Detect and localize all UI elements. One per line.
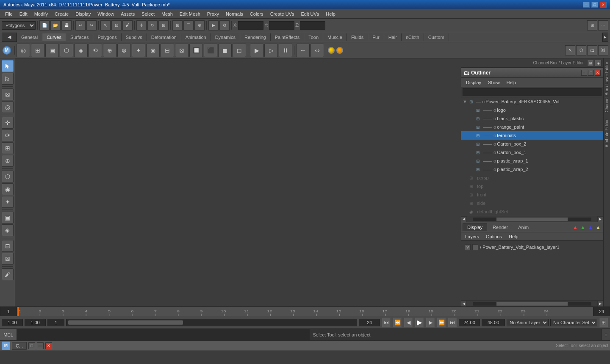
mode-dropdown[interactable]: Polygons	[2, 21, 36, 30]
tree-item-black-plastic[interactable]: ⊞ —— o black_plastic	[461, 114, 603, 123]
outliner-maximize[interactable]: □	[588, 70, 594, 76]
command-input[interactable]	[17, 329, 309, 340]
x-input[interactable]	[238, 21, 263, 30]
attribute-editor-label[interactable]: Attribute Editor	[604, 116, 609, 151]
shelf-tab-subdivs[interactable]: Subdivs	[122, 33, 147, 41]
cblay-icon-red[interactable]: ▲	[572, 224, 579, 231]
shelf-tab-curves[interactable]: Curves	[42, 33, 66, 41]
outliner-search-input[interactable]	[463, 88, 602, 96]
timeline-ruler[interactable]: 1 2 3 4 5 6 7 8 9 10 11 12 13 1	[17, 307, 593, 316]
timeline-start-input[interactable]	[0, 307, 17, 316]
menu-window[interactable]: Window	[94, 11, 117, 17]
shelf-icon-12[interactable]: ⊠	[175, 44, 189, 57]
current-frame-input[interactable]	[2, 319, 23, 326]
tree-item-pw1[interactable]: ⊞ —— o plastic_wrap_1	[461, 157, 603, 165]
shelf-icon-18[interactable]: ▷	[264, 44, 278, 57]
shelf-tab-painteffects[interactable]: PaintEffects	[271, 33, 305, 41]
toolbar-save[interactable]: 💾	[61, 20, 72, 30]
shelf-tab-ncloth[interactable]: nCloth	[402, 33, 424, 41]
toolbar-snap-point[interactable]: ⊕	[194, 20, 205, 30]
toolbar-new[interactable]: 📄	[39, 20, 50, 30]
toolbar-render-settings[interactable]: ⚙	[219, 20, 230, 30]
layer-scroll-right[interactable]: ▶	[597, 301, 603, 307]
pb-extra[interactable]: ⊞	[599, 318, 608, 327]
tool-soft-mod[interactable]: ⬡	[2, 171, 14, 182]
shelf-icon-16[interactable]: ◻	[233, 44, 246, 57]
tool-lasso[interactable]: ⊠	[2, 88, 14, 100]
tab-display[interactable]: Display	[463, 223, 487, 231]
toolbar-rotate[interactable]: ⟳	[147, 20, 158, 30]
menu-help[interactable]: Help	[322, 11, 339, 17]
shelf-icon-2[interactable]: ⊞	[31, 44, 44, 57]
y-input[interactable]	[269, 21, 294, 30]
shelf-link-icon[interactable]: ⛓	[598, 45, 608, 55]
om-show[interactable]: Show	[485, 79, 503, 86]
layer-scroll-left[interactable]: ◀	[461, 301, 467, 307]
shelf-tab-hair[interactable]: Hair	[384, 33, 402, 41]
maya-logo-small[interactable]: M	[2, 342, 10, 350]
shelf-icon-7[interactable]: ⊕	[103, 44, 116, 57]
tab-anim[interactable]: Anim	[513, 223, 533, 231]
shelf-icon-1[interactable]: ◎	[17, 44, 30, 57]
tree-item-logo[interactable]: ⊞ —— o logo	[461, 106, 603, 114]
om-display[interactable]: Display	[463, 79, 485, 86]
close-button[interactable]: ✕	[600, 2, 607, 8]
tree-item-front[interactable]: ⊞ front	[461, 190, 603, 199]
cblay-menu-help[interactable]: Help	[506, 233, 521, 240]
osc-left[interactable]: ◀	[461, 216, 467, 222]
tool-paint-select[interactable]: ◎	[2, 101, 14, 113]
shelf-icon-10[interactable]: ◉	[146, 44, 160, 57]
end-frame-input[interactable]	[459, 319, 480, 326]
pb-end[interactable]: ⏭	[448, 318, 457, 327]
shelf-cursor-icon[interactable]: ↖	[565, 45, 575, 55]
tool-render[interactable]: ◈	[2, 224, 14, 236]
pb-prev-frame[interactable]: ◀	[404, 318, 413, 327]
shelf-tab-custom[interactable]: Custom	[424, 33, 449, 41]
tool-global-stitch[interactable]: ⊠	[2, 253, 14, 265]
menu-display[interactable]: Display	[72, 11, 94, 17]
tool-scale[interactable]: ⊞	[2, 142, 14, 154]
pb-next-key[interactable]: ⏩	[437, 318, 446, 327]
tree-item-carton1[interactable]: ⊞ —— o Carton_box_1	[461, 148, 603, 157]
tool-sculpt[interactable]: ◉	[2, 183, 14, 195]
menu-select[interactable]: Select	[138, 11, 158, 17]
timeline-end-input[interactable]	[593, 307, 610, 316]
om-help[interactable]: Help	[503, 79, 520, 86]
tree-item-carton2[interactable]: ⊞ —— o Carton_box_2	[461, 140, 603, 148]
pb-prev-key[interactable]: ⏪	[393, 318, 402, 327]
layer-item-1[interactable]: V / Power_Battery_Volt_Package_layer1	[463, 243, 602, 252]
shelf-scroll-right[interactable]: ▸	[602, 33, 608, 42]
start-frame-input[interactable]	[25, 319, 46, 326]
shelf-maya-icon[interactable]: M	[2, 45, 12, 55]
taskbar-btn-restore[interactable]: □	[28, 342, 35, 349]
cblay-menu-options[interactable]: Options	[483, 233, 505, 240]
toolbar-scale[interactable]: ⊞	[158, 20, 169, 30]
cblay-menu-layers[interactable]: Layers	[463, 233, 482, 240]
shelf-icon-9[interactable]: ✦	[132, 44, 145, 57]
shelf-tab-general[interactable]: General	[17, 33, 42, 41]
shelf-icon-21[interactable]: ⇔	[311, 44, 324, 57]
menu-assets[interactable]: Assets	[117, 11, 138, 17]
menu-create[interactable]: Create	[51, 11, 72, 17]
z-input[interactable]	[300, 21, 325, 30]
shelf-icon-4[interactable]: ⬡	[60, 44, 73, 57]
shelf-tab-fluids[interactable]: Fluids	[347, 33, 368, 41]
toolbar-snap-grid[interactable]: ⊞	[172, 20, 183, 30]
toolbar-paint[interactable]: 🖌	[122, 20, 133, 30]
tree-item-lightset[interactable]: ◉ defaultLightSet	[461, 207, 603, 216]
range-thumb[interactable]	[68, 320, 183, 325]
menu-file[interactable]: File	[2, 11, 16, 17]
shelf-cube-icon[interactable]: 🗂	[587, 45, 597, 55]
menu-edituvs[interactable]: Edit UVs	[298, 11, 323, 17]
maximize-button[interactable]: □	[591, 2, 598, 8]
tree-item-pw2[interactable]: ⊞ —— o plastic_wrap_2	[461, 165, 603, 174]
character-set-select[interactable]: No Character Set	[550, 319, 597, 326]
taskbar-item-1[interactable]: C...	[12, 342, 27, 350]
toolbar-extra-1[interactable]: ⊞	[587, 20, 597, 30]
menu-createuvs[interactable]: Create UVs	[267, 11, 298, 17]
render-sphere-1[interactable]	[328, 47, 335, 54]
shelf-tab-fur[interactable]: Fur	[368, 33, 384, 41]
toolbar-redo[interactable]: ↪	[86, 20, 97, 30]
shelf-icon-15[interactable]: ◼	[218, 44, 232, 57]
cblay-icon-gold[interactable]: ▲	[595, 224, 602, 231]
